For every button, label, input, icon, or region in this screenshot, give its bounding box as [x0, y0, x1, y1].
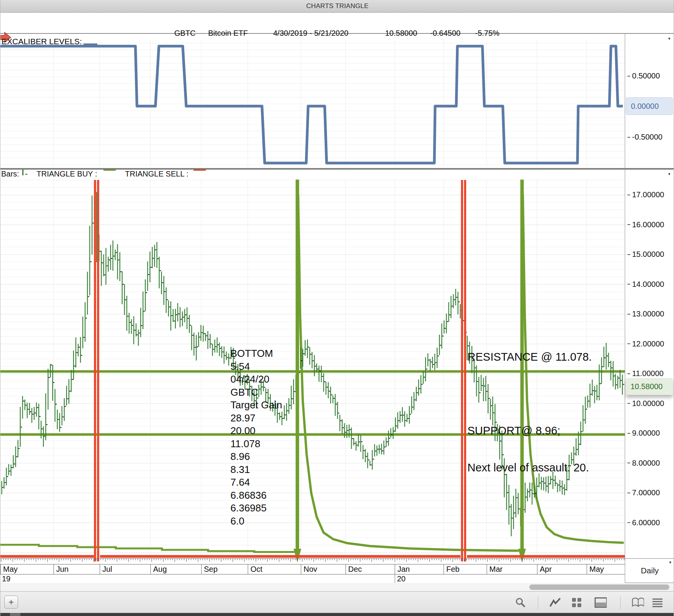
close-tick — [127, 316, 128, 316]
close-tick — [491, 405, 492, 406]
close-tick — [125, 300, 126, 300]
add-button[interactable]: + — [4, 596, 18, 609]
close-tick — [347, 430, 349, 431]
book-icon[interactable] — [632, 596, 644, 609]
month-cell: Mar — [487, 564, 537, 574]
grid-view-icon[interactable] — [571, 596, 583, 609]
close-tick — [187, 318, 189, 319]
close-tick — [544, 483, 545, 483]
close-tick — [44, 436, 45, 436]
close-tick — [74, 366, 75, 366]
y-axis-label: 16.00000 — [627, 220, 664, 229]
close-tick — [327, 387, 328, 388]
panel-layout-icon[interactable] — [594, 596, 607, 609]
close-tick — [343, 427, 344, 428]
close-tick — [611, 368, 612, 368]
close-tick — [185, 315, 186, 315]
close-tick — [514, 513, 515, 513]
close-tick — [222, 351, 224, 352]
month-cell: May — [0, 564, 53, 574]
close-tick — [561, 486, 562, 487]
close-tick — [459, 301, 460, 302]
close-tick — [588, 401, 589, 401]
scrollbar-thumb[interactable] — [529, 584, 669, 590]
close-tick — [407, 418, 409, 419]
close-tick — [440, 345, 441, 346]
close-tick — [616, 385, 617, 385]
close-tick — [396, 426, 397, 426]
close-tick — [403, 415, 404, 416]
close-tick — [90, 261, 91, 262]
close-tick — [51, 365, 52, 365]
close-tick — [505, 474, 506, 475]
close-tick — [294, 391, 295, 392]
year-separator — [395, 574, 395, 583]
close-tick — [120, 271, 122, 272]
close-tick — [176, 315, 177, 315]
close-tick — [169, 306, 170, 307]
month-cell: Dec — [345, 564, 395, 574]
trend-line-icon[interactable] — [549, 596, 561, 609]
close-tick — [162, 282, 163, 283]
x-axis-years: 19 20 — [0, 574, 625, 583]
close-tick — [76, 352, 77, 353]
close-tick — [454, 299, 455, 300]
close-tick — [609, 362, 610, 363]
close-tick — [312, 360, 314, 361]
close-tick — [132, 325, 133, 326]
close-tick — [331, 395, 332, 395]
excaliber-levels-panel[interactable] — [0, 34, 625, 168]
close-tick — [92, 223, 93, 223]
bottom-block-line: 6.0 — [230, 515, 282, 528]
close-tick — [143, 311, 145, 311]
menu-icon[interactable] — [651, 596, 664, 609]
close-tick — [310, 354, 311, 355]
close-tick — [577, 449, 578, 450]
search-icon[interactable] — [514, 596, 527, 609]
close-tick — [484, 386, 485, 386]
close-tick — [572, 460, 573, 460]
bars-sample-dash: - — [25, 170, 28, 178]
panel-dropdown-icon[interactable]: ▾ — [668, 36, 671, 41]
close-tick — [340, 420, 342, 421]
y-axis-label: 9.00000 — [627, 429, 660, 438]
close-tick — [614, 376, 615, 376]
close-tick — [104, 275, 105, 275]
bottom-block-line: 6.36985 — [230, 502, 282, 515]
close-tick — [12, 467, 13, 468]
close-tick — [421, 384, 422, 385]
close-tick — [53, 382, 54, 383]
close-tick — [285, 415, 286, 415]
close-tick — [389, 438, 390, 439]
window-titlebar[interactable]: CHARTS TRIANGLE — [0, 0, 674, 13]
month-cell: Feb — [444, 564, 487, 574]
close-tick — [549, 483, 550, 484]
close-tick — [567, 479, 569, 480]
close-tick — [315, 366, 316, 366]
horizontal-scrollbar[interactable] — [0, 583, 674, 591]
month-cell: Nov — [301, 564, 345, 574]
close-tick — [146, 292, 147, 293]
close-tick — [35, 413, 36, 413]
panel-dropdown-icon[interactable]: ▾ — [668, 171, 671, 176]
close-tick — [308, 347, 309, 348]
close-tick — [477, 381, 478, 382]
bottom-block-line: BOTTOM — [230, 347, 282, 360]
close-tick — [400, 415, 402, 416]
close-tick — [167, 300, 168, 300]
window-bottom-edge — [0, 613, 674, 616]
close-tick — [134, 330, 135, 331]
close-tick — [322, 376, 323, 377]
close-tick — [227, 357, 228, 358]
excaliber-label: EXCALIBER LEVELS: — [2, 37, 82, 46]
close-tick — [558, 485, 559, 486]
close-tick — [542, 481, 543, 482]
close-tick — [183, 317, 184, 318]
price-chart-panel[interactable] — [0, 179, 625, 564]
chart-header: GBTC Bitcoin ETF 4/30/2019 - 5/21/2020 1… — [0, 13, 674, 34]
price-legend: Bars: - TRIANGLE BUY : TRIANGLE SELL : — [0, 170, 625, 179]
close-tick — [449, 315, 450, 315]
close-tick — [364, 450, 365, 451]
interval-selector[interactable]: Daily ▾ — [625, 559, 674, 583]
close-tick — [317, 369, 318, 370]
